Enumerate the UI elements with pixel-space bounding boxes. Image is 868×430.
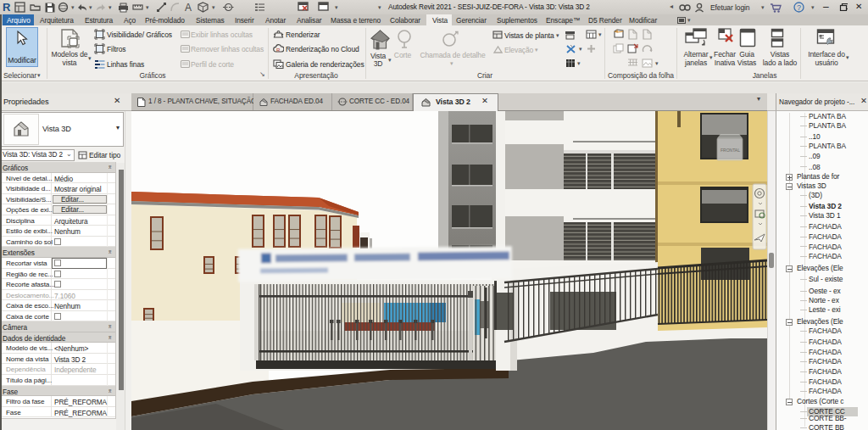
- svg-text:A: A: [185, 2, 192, 13]
- svg-text:FRONTAL: FRONTAL: [721, 148, 740, 153]
- svg-text:?: ?: [797, 3, 801, 12]
- svg-text:R: R: [276, 47, 281, 53]
